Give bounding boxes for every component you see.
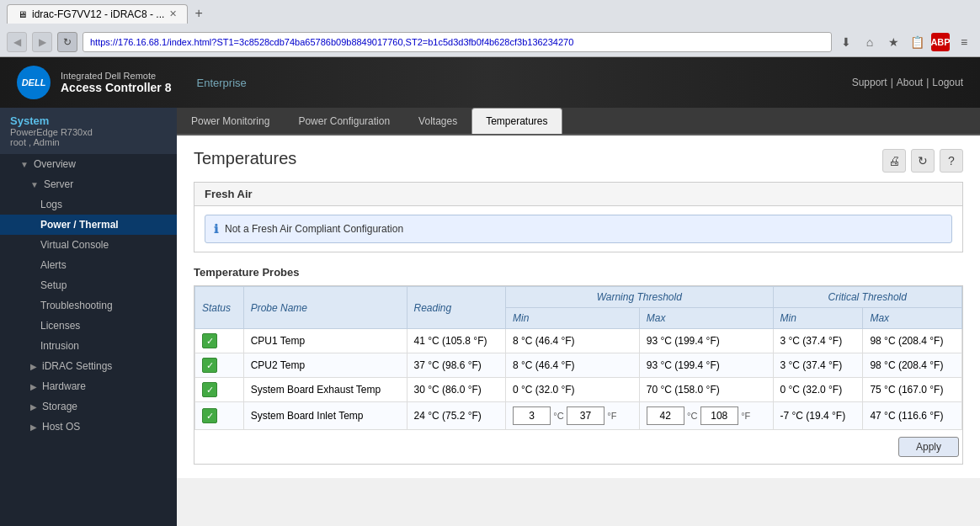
tab-label: Power Configuration — [298, 115, 390, 127]
sidebar-system-info: System PowerEdge R730xd root , Admin — [0, 108, 177, 154]
col-crit-min: Min — [773, 308, 863, 329]
col-warn-max: Max — [639, 308, 773, 329]
warn-max-c-input[interactable] — [647, 406, 684, 425]
crit-min-cell: 3 °C (37.4 °F) — [773, 353, 863, 378]
sidebar-item-label: iDRAC Settings — [42, 360, 112, 372]
sidebar-item-label: Host OS — [42, 421, 80, 433]
sidebar-item-label: Power / Thermal — [40, 219, 119, 231]
status-cell: ✓ — [195, 378, 244, 402]
sidebar-item-setup[interactable]: Setup — [0, 275, 177, 295]
expand-icon: ▶ — [30, 402, 37, 412]
sidebar-item-idrac-settings[interactable]: ▶ iDRAC Settings — [0, 356, 177, 376]
sidebar-item-storage[interactable]: ▶ Storage — [0, 396, 177, 417]
table-row: ✓ System Board Exhaust Temp 30 °C (86.0 … — [195, 378, 962, 402]
table-row: ✓ System Board Inlet Temp 24 °C (75.2 °F… — [195, 402, 962, 430]
main-area: System PowerEdge R730xd root , Admin ▼ O… — [0, 108, 980, 526]
reading-cell: 41 °C (105.8 °F) — [407, 329, 505, 353]
table-row: ✓ CPU1 Temp 41 °C (105.8 °F) 8 °C (46.4 … — [195, 329, 962, 353]
crit-max-cell: 98 °C (208.4 °F) — [863, 353, 962, 378]
expand-icon: ▶ — [30, 362, 37, 371]
status-badge: ✓ — [202, 358, 217, 373]
product-name: Access Controller 8 — [61, 81, 172, 94]
sidebar-item-logs[interactable]: Logs — [0, 194, 177, 215]
status-cell: ✓ — [195, 402, 244, 430]
tab-power-monitoring[interactable]: Power Monitoring — [177, 108, 284, 134]
sidebar-item-host-os[interactable]: ▶ Host OS — [0, 417, 177, 437]
header-links: Support | About | Logout — [852, 77, 963, 88]
sidebar-item-alerts[interactable]: Alerts — [0, 255, 177, 275]
support-link[interactable]: Support — [852, 77, 887, 88]
about-link[interactable]: About — [897, 77, 923, 88]
sidebar-item-label: Troubleshooting — [40, 300, 113, 311]
history-icon[interactable]: 📋 — [908, 33, 926, 51]
print-button[interactable]: 🖨 — [882, 149, 906, 173]
apply-button[interactable]: Apply — [898, 437, 959, 457]
status-badge: ✓ — [202, 333, 217, 348]
crit-min-cell: 3 °C (37.4 °F) — [773, 329, 863, 353]
sidebar-item-hardware[interactable]: ▶ Hardware — [0, 376, 177, 396]
crit-min-cell: 0 °C (32.0 °F) — [773, 378, 863, 402]
browser-titlebar: 🖥 idrac-FG7VV12 - iDRAC8 - ... ✕ + — [0, 0, 980, 27]
dell-logo: DELL — [17, 66, 51, 99]
reading-cell: 30 °C (86.0 °F) — [407, 378, 505, 402]
header-edition: Enterprise — [197, 77, 247, 89]
sidebar-item-intrusion[interactable]: Intrusion — [0, 336, 177, 356]
warn-max-cell: 93 °C (199.4 °F) — [639, 353, 773, 378]
status-cell: ✓ — [195, 329, 244, 353]
fresh-air-text: Not a Fresh Air Compliant Configuration — [225, 223, 403, 235]
sidebar-item-licenses[interactable]: Licenses — [0, 316, 177, 336]
menu-icon[interactable]: ≡ — [955, 33, 973, 51]
back-button[interactable]: ◀ — [7, 32, 27, 52]
extension-icon[interactable]: ABP — [931, 33, 950, 51]
bookmark-icon[interactable]: ★ — [884, 33, 903, 51]
sidebar-item-troubleshooting[interactable]: Troubleshooting — [0, 295, 177, 316]
tab-temperatures[interactable]: Temperatures — [471, 108, 562, 134]
tab-power-configuration[interactable]: Power Configuration — [284, 108, 404, 134]
help-button[interactable]: ? — [940, 149, 963, 173]
sidebar-item-server[interactable]: ▼ Server — [0, 174, 177, 194]
sidebar-item-power-thermal[interactable]: Power / Thermal — [0, 215, 177, 235]
header-title: Integrated Dell Remote Access Controller… — [61, 71, 172, 94]
fresh-air-title: Fresh Air — [194, 183, 962, 206]
col-crit-max: Max — [863, 308, 962, 329]
col-critical-threshold: Critical Threshold — [773, 287, 961, 308]
download-icon[interactable]: ⬇ — [837, 33, 855, 51]
warn-max-f-input[interactable] — [700, 406, 738, 425]
probe-name-cell: System Board Exhaust Temp — [243, 378, 407, 402]
fahrenheit-label: °F — [607, 411, 616, 421]
sidebar-item-label: Setup — [40, 279, 67, 291]
status-badge: ✓ — [202, 382, 217, 397]
browser-tab[interactable]: 🖥 idrac-FG7VV12 - iDRAC8 - ... ✕ — [7, 4, 188, 24]
sidebar-item-label: Licenses — [40, 320, 80, 332]
info-icon: ℹ — [214, 222, 218, 236]
new-tab-button[interactable]: + — [194, 6, 202, 21]
tab-label: Power Monitoring — [191, 115, 269, 127]
tabs-bar: Power Monitoring Power Configuration Vol… — [177, 108, 980, 135]
warn-min-c-input[interactable] — [513, 406, 551, 425]
forward-button[interactable]: ▶ — [32, 32, 52, 52]
warn-min-f-input[interactable] — [567, 406, 605, 425]
sidebar-item-overview[interactable]: ▼ Overview — [0, 154, 177, 174]
address-bar[interactable] — [83, 32, 832, 52]
temp-probes-table: Status Probe Name Reading Warning Thresh… — [194, 286, 962, 430]
tab-voltages[interactable]: Voltages — [404, 108, 471, 134]
tab-label: Voltages — [418, 115, 457, 127]
crit-max-cell: 98 °C (208.4 °F) — [863, 329, 962, 353]
content-area: Power Monitoring Power Configuration Vol… — [177, 108, 980, 526]
logout-link[interactable]: Logout — [932, 77, 963, 88]
tab-title: idrac-FG7VV12 - iDRAC8 - ... — [32, 8, 164, 20]
status-cell: ✓ — [195, 353, 244, 378]
warn-min-cell: 8 °C (46.4 °F) — [505, 353, 639, 378]
sidebar-item-label: Virtual Console — [40, 239, 109, 251]
sidebar-item-label: Server — [44, 178, 73, 190]
refresh-button[interactable]: ↻ — [911, 149, 935, 173]
fresh-air-section: Fresh Air ℹ Not a Fresh Air Compliant Co… — [194, 182, 963, 252]
col-warn-min: Min — [505, 308, 639, 329]
tab-close-button[interactable]: ✕ — [169, 8, 177, 19]
col-probe-name: Probe Name — [243, 287, 407, 329]
home-icon[interactable]: ⌂ — [860, 33, 879, 51]
crit-min-cell: -7 °C (19.4 °F) — [773, 402, 863, 430]
sidebar-item-label: Storage — [42, 401, 77, 412]
refresh-button[interactable]: ↻ — [57, 32, 77, 52]
sidebar-item-virtual-console[interactable]: Virtual Console — [0, 235, 177, 255]
